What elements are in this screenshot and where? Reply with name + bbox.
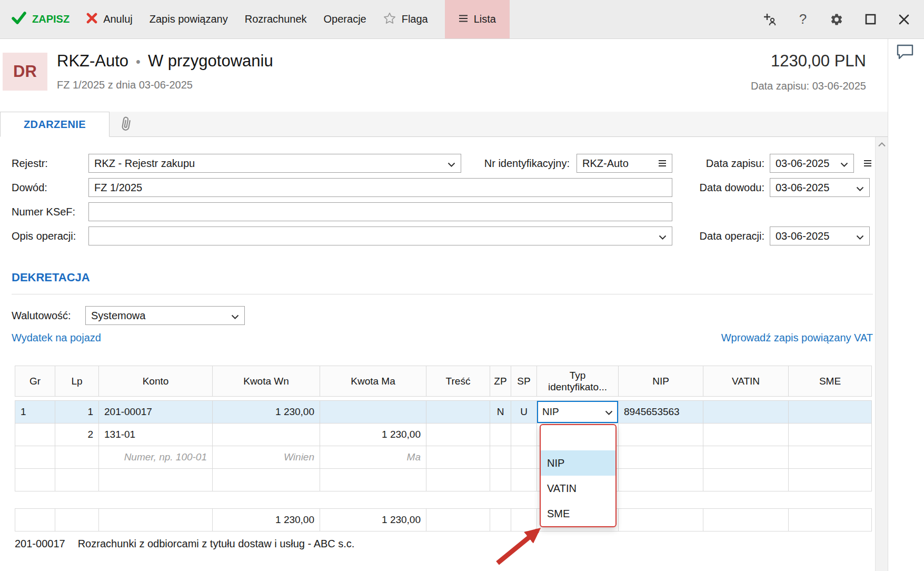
dropdown-option-nip[interactable]: NIP <box>541 450 615 476</box>
nr-identyfikacyjny-label: Nr identyfikacyjny: <box>453 154 570 173</box>
table-cell[interactable]: 1 <box>15 401 55 424</box>
table-cell[interactable]: U <box>511 401 537 424</box>
list-button[interactable]: Lista <box>445 0 510 38</box>
chevron-down-icon <box>659 230 667 242</box>
vat-related-entry-link[interactable]: Wprowadź zapis powiązany VAT <box>721 330 873 346</box>
vertical-scrollbar[interactable] <box>875 137 888 571</box>
table-cell[interactable] <box>619 424 703 446</box>
flag-button[interactable]: Flaga <box>383 12 428 27</box>
nip-value-cell[interactable]: 8945653563 <box>619 401 703 424</box>
paperclip-icon[interactable] <box>118 115 134 136</box>
col-header-lp[interactable]: Lp <box>55 366 99 397</box>
table-cell[interactable] <box>55 446 99 469</box>
help-icon[interactable]: ? <box>796 12 810 27</box>
related-entry-button[interactable]: Zapis powiązany <box>150 13 228 25</box>
comment-icon[interactable] <box>896 44 914 62</box>
table-cell[interactable]: 201-00017 <box>99 401 213 424</box>
table-cell[interactable] <box>55 469 99 491</box>
dowod-input[interactable]: FZ 1/2025 <box>88 178 672 197</box>
table-cell[interactable] <box>703 469 789 491</box>
data-zapisu-datepicker[interactable]: 03-06-2025 <box>770 154 854 173</box>
table-cell[interactable] <box>426 446 490 469</box>
table-cell[interactable] <box>426 424 490 446</box>
vehicle-expense-link[interactable]: Wydatek na pojazd <box>12 330 101 346</box>
table-cell[interactable] <box>320 401 426 424</box>
data-zapisu-menu-icon[interactable] <box>860 156 875 171</box>
table-cell[interactable] <box>511 424 537 446</box>
table-cell[interactable] <box>789 401 872 424</box>
table-cell[interactable] <box>789 424 872 446</box>
table-cell[interactable] <box>703 424 789 446</box>
col-header-zp[interactable]: ZP <box>490 366 511 397</box>
tab-zdarzenie[interactable]: ZDARZENIE <box>0 112 110 137</box>
data-operacji-datepicker[interactable]: 03-06-2025 <box>770 227 870 245</box>
typ-identyfikatora-combobox[interactable]: NIP <box>537 401 618 423</box>
dropdown-option-sme[interactable]: SME <box>541 501 615 526</box>
col-header-typ-line2: identyfikato... <box>548 381 607 392</box>
rejestr-select[interactable]: RKZ - Rejestr zakupu <box>88 154 461 173</box>
table-summary-row: 1 230,00 1 230,00 <box>15 508 872 531</box>
table-cell[interactable] <box>15 424 55 446</box>
table-cell[interactable] <box>789 469 872 491</box>
summary-cell <box>511 509 537 531</box>
winien-placeholder-cell[interactable]: Winien <box>213 446 320 469</box>
ma-placeholder-cell[interactable]: Ma <box>320 446 426 469</box>
dropdown-option-blank[interactable] <box>541 425 615 450</box>
col-header-sme[interactable]: SME <box>789 366 872 397</box>
close-icon[interactable] <box>897 12 911 27</box>
table-cell[interactable] <box>490 446 511 469</box>
table-cell[interactable] <box>490 469 511 491</box>
maximize-icon[interactable] <box>863 12 878 27</box>
table-cell[interactable] <box>320 469 426 491</box>
table-cell[interactable] <box>703 446 789 469</box>
col-header-tresc[interactable]: Treść <box>426 366 490 397</box>
table-cell[interactable] <box>213 469 320 491</box>
table-cell[interactable] <box>703 401 789 424</box>
gear-icon[interactable] <box>829 12 844 27</box>
table-cell[interactable] <box>789 446 872 469</box>
table-cell[interactable] <box>490 424 511 446</box>
menu-icon[interactable] <box>658 157 667 170</box>
numer-ksef-label: Numer KSeF: <box>12 202 85 221</box>
table-cell[interactable] <box>426 469 490 491</box>
table-cell[interactable]: 2 <box>55 424 99 446</box>
opis-operacji-select[interactable] <box>88 227 672 245</box>
col-header-sp[interactable]: SP <box>511 366 537 397</box>
col-header-typ-identyfikatora[interactable]: Typ identyfikato... <box>537 366 619 397</box>
table-cell[interactable] <box>99 469 213 491</box>
summary-cell <box>15 509 55 531</box>
table-cell[interactable] <box>619 446 703 469</box>
operations-button[interactable]: Operacje <box>324 13 366 25</box>
numer-ksef-input[interactable] <box>88 202 672 221</box>
dropdown-option-vatin[interactable]: VATIN <box>541 476 615 501</box>
nr-identyfikacyjny-input[interactable]: RKZ-Auto <box>577 154 672 173</box>
cancel-button[interactable]: Anuluj <box>86 13 133 26</box>
table-cell[interactable]: N <box>490 401 511 424</box>
table-cell[interactable]: 1 230,00 <box>320 424 426 446</box>
summary-kwota-ma: 1 230,00 <box>320 509 426 531</box>
col-header-gr[interactable]: Gr <box>15 366 55 397</box>
scroll-up-icon[interactable] <box>876 137 888 147</box>
col-header-kwota-wn[interactable]: Kwota Wn <box>213 366 320 397</box>
table-cell[interactable] <box>15 446 55 469</box>
col-header-nip[interactable]: NIP <box>619 366 703 397</box>
table-cell[interactable] <box>511 446 537 469</box>
document-amount: 1230,00 PLN <box>771 52 866 71</box>
table-cell[interactable] <box>213 424 320 446</box>
walutowosc-select[interactable]: Systemowa <box>85 306 245 325</box>
table-cell[interactable]: 1 230,00 <box>213 401 320 424</box>
col-header-konto[interactable]: Konto <box>99 366 213 397</box>
table-cell[interactable] <box>426 401 490 424</box>
table-cell[interactable] <box>15 469 55 491</box>
col-header-kwota-ma[interactable]: Kwota Ma <box>320 366 426 397</box>
table-cell[interactable]: 131-01 <box>99 424 213 446</box>
col-header-vatin[interactable]: VATIN <box>703 366 789 397</box>
settlement-button[interactable]: Rozrachunek <box>245 13 307 25</box>
table-cell[interactable]: 1 <box>55 401 99 424</box>
table-cell[interactable] <box>619 469 703 491</box>
konto-placeholder-cell[interactable]: Numer, np. 100-01 <box>99 446 213 469</box>
save-button[interactable]: ZAPISZ <box>12 12 69 27</box>
table-cell[interactable] <box>511 469 537 491</box>
add-person-icon[interactable] <box>762 12 777 27</box>
data-dowodu-datepicker[interactable]: 03-06-2025 <box>770 178 870 197</box>
